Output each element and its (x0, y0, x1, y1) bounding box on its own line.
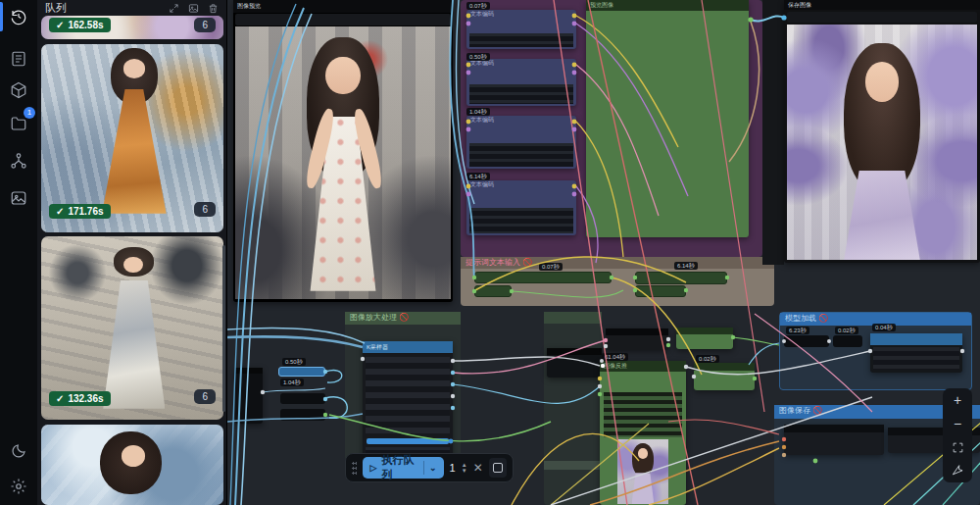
node-encode-1[interactable]: 文本编码 (466, 10, 576, 49)
pan-cursor-button[interactable] (947, 461, 968, 480)
queue-header: 队列 (37, 0, 226, 16)
queue-scrollbar[interactable] (222, 245, 225, 412)
node-preview-right[interactable]: 保存图像 (784, 0, 980, 263)
image-icon[interactable] (188, 3, 199, 14)
toolbar-grip-handle[interactable] (352, 461, 357, 475)
theme-moon-icon[interactable] (7, 439, 30, 463)
queue-time-badge: ✓162.58s (49, 18, 111, 32)
node-time-label: 0.50秒 (466, 53, 490, 61)
node-time-label: 0.02秒 (835, 327, 858, 334)
play-icon: ▷ (369, 463, 376, 473)
node-preview-big-widget[interactable] (235, 14, 451, 25)
node-time-label: 0.07秒 (466, 2, 490, 10)
photo-wisteria (787, 25, 977, 260)
node-sampler-title: K采样器 (363, 341, 453, 353)
check-icon: ✓ (56, 206, 64, 217)
pill-node[interactable] (635, 285, 686, 297)
pill-node[interactable] (474, 285, 512, 297)
node-right1[interactable] (870, 333, 962, 373)
queue-panel-title: 队列 (45, 1, 67, 16)
photo-street (235, 26, 451, 299)
package-icon[interactable] (7, 78, 30, 102)
node-black-center[interactable] (606, 328, 668, 350)
run-queue-label: 执行队列 (381, 453, 418, 482)
node-time-label: 0.50秒 (282, 358, 306, 366)
queue-time-badge: ✓171.76s (49, 204, 111, 219)
node-preview-big[interactable]: 图像预览 (233, 0, 453, 302)
node-time-label: 0.02秒 (696, 355, 719, 363)
node-green-med[interactable] (694, 363, 755, 390)
fit-view-button[interactable] (947, 437, 968, 457)
group-column[interactable] (544, 312, 602, 505)
run-queue-button[interactable]: ▷ 执行队列 ⌄ (363, 457, 443, 479)
node-green-top[interactable]: 预览图像 (586, 0, 749, 237)
stop-frame-button[interactable] (489, 458, 507, 478)
prohibited-emoji: 🚫 (399, 313, 409, 322)
node-time-label: 6.14秒 (466, 173, 490, 180)
pill-node[interactable] (635, 272, 727, 284)
expand-icon[interactable] (169, 3, 179, 14)
prohibited-emoji: 🚫 (818, 314, 828, 323)
group-scale-header[interactable]: 图像放大处理 🚫 (345, 312, 461, 325)
node-time-label: 1.04秒 (280, 379, 304, 386)
settings-gear-icon[interactable] (7, 475, 30, 498)
stepper-down-icon: ▼ (462, 469, 467, 474)
group-column-header[interactable] (544, 312, 602, 324)
node-graph-canvas[interactable]: 提示词文本输入 🚫 图像放大处理 🚫 模型加载 🚫 图像保存 🚫 图像预览 (227, 0, 980, 505)
node-sampler[interactable]: K采样器 (363, 341, 453, 461)
batch-count-stepper[interactable]: ▲ ▼ (462, 463, 467, 474)
queue-item-1[interactable]: ✓162.58s 6 (41, 16, 223, 39)
pill-node[interactable] (280, 393, 325, 404)
pill-node[interactable] (280, 409, 325, 421)
node-green-tall[interactable]: 图像反推 (600, 361, 686, 505)
folder-icon[interactable]: 1 (7, 112, 30, 135)
trash-icon[interactable] (208, 3, 219, 14)
document-icon[interactable] (7, 47, 30, 71)
prohibited-emoji: 🚫 (812, 406, 822, 415)
zoom-out-button[interactable]: − (947, 414, 968, 433)
queue-panel: 队列 ✓162.58s 6 ✓171.76s 6 ✓132.36s 6 (37, 0, 227, 505)
group-prompt-header[interactable]: 提示词文本输入 🚫 (461, 257, 774, 269)
pill-node[interactable] (784, 335, 829, 347)
active-tab-indicator (0, 2, 3, 31)
gallery-icon[interactable] (7, 186, 30, 210)
queue-item-4[interactable] (41, 425, 223, 505)
node-preview-right-title: 保存图像 (784, 0, 980, 10)
chevron-down-icon[interactable]: ⌄ (429, 463, 437, 473)
node-black-left[interactable] (235, 368, 263, 424)
queue-count-badge: 6 (194, 202, 216, 217)
node-encode-4[interactable]: 文本编码 (466, 180, 576, 235)
queue-time-badge: ✓132.36s (49, 391, 111, 406)
button-divider (423, 461, 424, 475)
clear-queue-button[interactable]: ✕ (473, 461, 483, 475)
node-time-label: 6.23秒 (786, 327, 809, 334)
group-column-band (544, 461, 602, 470)
node-green-tall-title: 图像反推 (600, 361, 686, 372)
node-encode-2[interactable]: 文本编码 (466, 59, 576, 106)
stepper-up-icon: ▲ (462, 463, 467, 468)
prohibited-emoji: 🚫 (522, 258, 532, 267)
pill-node[interactable] (474, 272, 612, 283)
node-time-label: 6.14秒 (674, 262, 698, 270)
node-time-label: 61.04秒 (602, 353, 628, 361)
history-queue-icon[interactable] (7, 5, 30, 28)
check-icon: ✓ (56, 20, 64, 30)
queue-item-2[interactable]: ✓171.76s 6 (41, 44, 223, 232)
zoom-in-button[interactable]: + (947, 390, 968, 410)
queue-item-3[interactable]: ✓132.36s 6 (41, 236, 223, 420)
canvas-dark-strip (762, 0, 784, 265)
pill-node[interactable] (833, 335, 862, 347)
node-time-label: 0.04秒 (872, 324, 896, 331)
node-encode-3[interactable]: 文本编码 (466, 116, 576, 169)
workflow-icon[interactable] (7, 149, 30, 173)
node-green-small[interactable] (676, 328, 733, 349)
node-right2a[interactable] (784, 425, 884, 455)
node-time-label: 1.04秒 (466, 108, 490, 116)
pill-selected[interactable] (278, 367, 325, 377)
node-preview-right-widget[interactable] (787, 12, 977, 23)
canvas-zoom-toolbar: + − (943, 388, 972, 482)
node-time-label: 0.07秒 (539, 263, 563, 271)
node-black-mid[interactable] (547, 348, 602, 378)
batch-count-value[interactable]: 1 (450, 462, 456, 474)
queue-thumb-4 (41, 425, 223, 505)
